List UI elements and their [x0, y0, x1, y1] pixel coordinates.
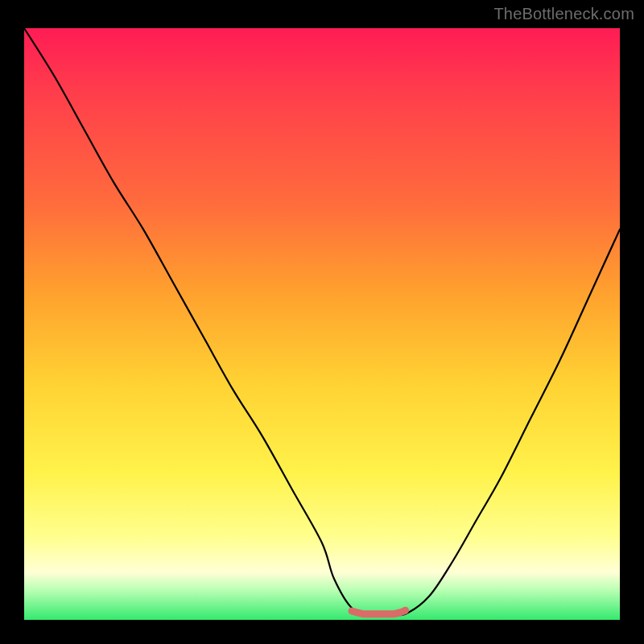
optimal-segment-path: [352, 610, 406, 614]
plot-area: [24, 28, 620, 620]
chart-frame: TheBottleneck.com: [0, 0, 644, 644]
bottleneck-curve-path: [24, 28, 620, 615]
chart-svg: [24, 28, 620, 620]
attribution-label: TheBottleneck.com: [493, 5, 634, 23]
